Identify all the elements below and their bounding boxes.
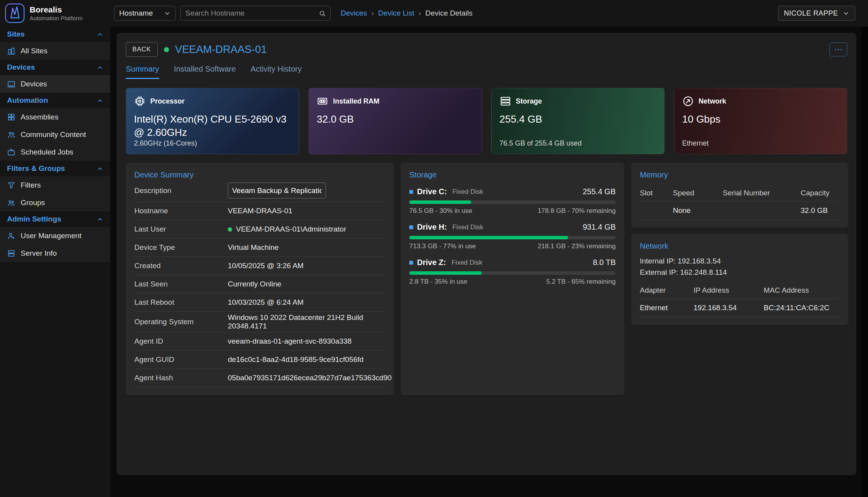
tab-summary[interactable]: Summary [126,65,159,79]
drive-c-block: Drive C: Fixed Disk 255.4 GB 76.5 GB - 3… [409,187,616,215]
detail-panels: Device Summary Description Hostname VEEA… [126,163,847,395]
briefcase-icon [7,148,16,156]
drive-bullet-icon [409,190,413,194]
sidebar-item-label: Server Info [21,249,57,258]
panel-heading: Storage [409,170,616,179]
description-input[interactable] [228,183,326,198]
chevron-up-icon [97,165,103,172]
operating-system-row: Operating System Windows 10 2022 Datacen… [134,312,385,332]
panel-heading: Memory [640,170,840,179]
sidebar-section-admin-settings[interactable]: Admin Settings [0,211,110,227]
drive-type: Fixed Disk [451,259,482,267]
card-label: Storage [516,97,542,105]
card-label: Processor [150,97,185,105]
network-card: Network 10 Gbps Ethernet [674,88,847,154]
sidebar-item-label: Devices [21,80,47,88]
sidebar: Sites All Sites Devices Devices Automati… [0,26,110,497]
processor-card: Processor Intel(R) Xeon(R) CPU E5-2690 v… [126,88,299,154]
device-type-row: Device Type Virtual Machine [134,239,385,257]
column-header: IP Address [694,282,764,299]
panel-heading: Network [640,242,840,251]
field-label: Agent Hash [134,374,228,382]
user-menu-button[interactable]: NICOLE RAPPE [778,6,855,21]
breadcrumb-device-list[interactable]: Device List [378,9,425,18]
field-label: Hostname [134,207,228,215]
sidebar-item-assemblies[interactable]: Assemblies [0,108,110,126]
external-ip: External IP: 162.248.8.114 [640,267,840,278]
drive-usage-bar [409,236,616,239]
agent-guid-row: Agent GUID de16c0c1-8aa2-4d18-9585-9ce91… [134,351,385,369]
field-value: 05ba0e7935171d626ecea29b27d7ae175363cd90 [228,374,392,382]
topbar: Borealis Automation Platform Hostname De… [0,0,868,26]
sidebar-item-label: Assemblies [21,113,58,121]
right-column: Memory Slot Speed Serial Number Capacity… [631,163,848,325]
sidebar-item-server-info[interactable]: Server Info [0,244,110,262]
chevron-up-icon [97,97,103,104]
internal-ip: Internal IP: 192.168.3.54 [640,255,840,267]
sidebar-item-scheduled-jobs[interactable]: Scheduled Jobs [0,143,110,161]
sidebar-item-label: Filters [21,181,41,190]
field-label: Description [134,186,228,195]
scrollbar[interactable] [861,26,868,497]
sidebar-item-filters[interactable]: Filters [0,176,110,194]
table-cell [640,202,673,220]
drive-remaining: 218.1 GB - 23% remaining [538,242,616,250]
field-label: Agent ID [134,337,228,346]
description-row: Description [134,179,385,202]
drive-size: 255.4 GB [583,187,616,196]
device-summary-panel: Device Summary Description Hostname VEEA… [126,163,394,395]
sidebar-item-all-sites[interactable]: All Sites [0,42,110,60]
cpu-icon [134,95,146,107]
card-value: 32.0 GB [317,113,474,126]
tab-activity-history[interactable]: Activity History [251,65,302,79]
sidebar-item-groups[interactable]: Groups [0,194,110,211]
device-details-panel: BACK VEEAM-DRAAS-01 ⋯ Summary Installed … [117,33,856,475]
storage-stack-icon [500,95,511,107]
drive-bullet-icon [409,261,413,265]
search-icon[interactable] [319,10,326,17]
field-label: Agent GUID [134,355,228,364]
borealis-logo-icon [5,3,25,23]
chevron-up-icon [97,64,103,71]
sidebar-item-label: All Sites [21,47,48,55]
field-value: Virtual Machine [228,243,279,252]
agent-hash-row: Agent Hash 05ba0e7935171d626ecea29b27d7a… [134,369,385,387]
people-icon [7,130,16,139]
column-header: Capacity [801,185,840,202]
last-seen-row: Last Seen Currently Online [134,275,385,293]
hostname-filter-dropdown[interactable]: Hostname [114,6,176,21]
brand-name: Borealis [30,5,83,14]
sidebar-item-devices[interactable]: Devices [0,75,110,93]
card-label: Network [699,97,726,105]
back-button[interactable]: BACK [126,42,158,57]
drive-type: Fixed Disk [452,223,483,231]
field-value: VEEAM-DRAAS-01 [228,207,292,215]
drive-remaining: 5.2 TB - 65% remaining [546,278,616,286]
sidebar-section-automation[interactable]: Automation [0,93,110,108]
field-label: Last Seen [134,280,228,288]
device-title: VEEAM-DRAAS-01 [175,44,267,56]
card-value: 255.4 GB [500,113,657,126]
sidebar-section-devices[interactable]: Devices [0,60,110,75]
field-value: veeam-draas-01-agent-svc-8930a338 [228,337,352,346]
card-label: Installed RAM [333,97,379,105]
created-row: Created 10/05/2025 @ 3:26 AM [134,257,385,275]
field-label: Created [134,262,228,270]
sidebar-item-community-content[interactable]: Community Content [0,126,110,143]
tab-installed-software[interactable]: Installed Software [174,65,236,79]
table-cell: None [673,202,723,220]
search-input[interactable] [185,9,319,18]
column-header: Serial Number [723,185,801,202]
field-label: Last User [134,225,228,234]
sidebar-section-filters-groups[interactable]: Filters & Groups [0,161,110,176]
card-value: Intel(R) Xeon(R) CPU E5-2690 v3 @ 2.60GH… [134,113,291,139]
more-options-button[interactable]: ⋯ [829,42,847,56]
drive-usage-bar [409,271,616,275]
sidebar-item-user-management[interactable]: User Management [0,227,110,244]
sidebar-item-label: User Management [21,232,81,240]
breadcrumb-devices[interactable]: Devices [341,9,378,18]
sidebar-section-sites[interactable]: Sites [0,26,110,42]
breadcrumb-device-details: Device Details [425,9,472,18]
section-label: Devices [7,63,35,72]
drive-size: 931.4 GB [583,223,616,232]
